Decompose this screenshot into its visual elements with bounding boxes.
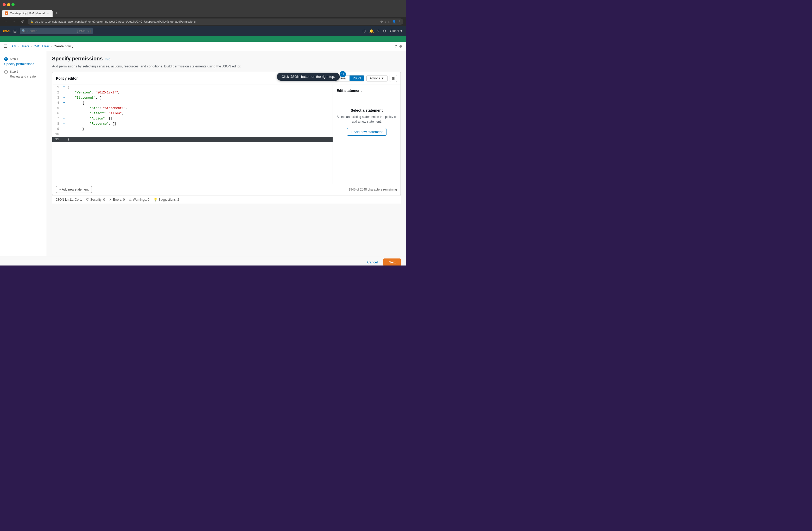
minimize-traffic-light[interactable] — [7, 3, 10, 6]
tab-title: Create policy | IAM | Global — [10, 12, 45, 15]
line-gutter[interactable]: ▼ — [62, 95, 67, 100]
cancel-button[interactable]: Cancel — [364, 259, 381, 266]
nav-bar-right: ? ⚙ — [395, 44, 402, 48]
profile-icon[interactable]: 👤 — [392, 20, 396, 24]
breadcrumb-iam[interactable]: IAM — [11, 44, 16, 48]
step-2-indicator — [4, 70, 8, 74]
breadcrumb: IAM › Users › C4C_User › Create policy — [11, 44, 73, 48]
settings-icon[interactable]: ⚙ — [383, 29, 386, 33]
bookmark-icon[interactable]: ☆ — [388, 20, 391, 24]
more-icon[interactable]: ⋮ — [398, 20, 401, 24]
page-title: Specify permissions — [52, 56, 103, 62]
code-area[interactable]: 1 ▼ { 2 "Version": "2012-10-17", 3 ▼ "St… — [52, 85, 333, 184]
search-icon: 🔍 — [22, 29, 26, 33]
security-label: Security: 0 — [90, 198, 105, 201]
line-number: 2 — [52, 90, 62, 95]
code-line-5: 5 "Sid": "Statement1", — [52, 106, 333, 111]
line-number: 8 — [52, 121, 62, 127]
edit-statement-panel: Edit statement Select a statement Select… — [333, 85, 401, 184]
actions-button[interactable]: Actions ▼ — [366, 75, 388, 82]
search-url-icon[interactable]: ⌕ — [385, 20, 386, 24]
code-line-10: 10 ] — [52, 132, 333, 137]
refresh-button[interactable]: ↺ — [19, 18, 26, 25]
tab-close-button[interactable]: × — [46, 12, 50, 15]
tab-bar: ■ Create policy | IAM | Global × + — [0, 9, 406, 17]
editor-toolbar: Click 'JSON' button on the right top. 11… — [334, 75, 397, 82]
code-line-6: 6 "Effect": "Allow", — [52, 111, 333, 116]
add-new-statement-panel-button[interactable]: + Add new statement — [347, 128, 387, 135]
close-traffic-light[interactable] — [3, 3, 6, 6]
traffic-lights — [3, 3, 15, 6]
sidebar-toggle-button[interactable]: ☰ — [4, 44, 7, 49]
line-content: "Action": [], — [67, 116, 333, 121]
cursor-position: Ln 11, Col 1 — [65, 198, 82, 201]
breadcrumb-sep-2: › — [31, 44, 32, 48]
line-content: ] — [67, 132, 333, 137]
aws-header-right: ⬡ 🔔 ? ⚙ Global ▼ — [363, 29, 403, 33]
aws-logo: aws — [3, 29, 10, 33]
back-button[interactable]: ← — [3, 18, 9, 25]
code-line-2: 2 "Version": "2012-10-17", — [52, 90, 333, 95]
character-count: 1946 of 2048 characters remaining — [349, 188, 397, 191]
url-lock-icon: 🔒 — [30, 20, 33, 23]
question-icon[interactable]: ? — [377, 29, 379, 33]
breadcrumb-users[interactable]: Users — [20, 44, 29, 48]
line-number: 5 — [52, 106, 62, 111]
region-chevron-icon: ▼ — [400, 29, 403, 33]
code-line-9: 9 } — [52, 127, 333, 132]
region-label: Global — [390, 29, 399, 33]
line-number: 1 — [52, 85, 62, 90]
next-button[interactable]: Next — [383, 258, 401, 266]
code-line-11: 11 } — [52, 137, 333, 142]
account-bar — [0, 36, 406, 42]
translate-icon[interactable]: ⊕ — [380, 20, 383, 24]
aws-grid-icon[interactable]: ⊞ — [13, 29, 17, 33]
sidebar: Step 1 Specify permissions Step 2 Review… — [0, 51, 47, 256]
url-bar[interactable]: 🔒 us-east-1.console.aws.amazon.com/iam/h… — [28, 18, 403, 25]
nav-help-icon[interactable]: ? — [395, 44, 397, 48]
line-content: { — [67, 85, 333, 90]
editor-title: Policy editor — [56, 76, 78, 81]
status-security: 🛡 Security: 0 — [86, 198, 105, 201]
breadcrumb-sep-3: › — [51, 44, 52, 48]
new-tab-button[interactable]: + — [54, 10, 60, 16]
line-gutter[interactable]: ○ — [62, 116, 67, 121]
actions-label: Actions — [370, 76, 380, 80]
breadcrumb-current: Create policy — [54, 44, 73, 48]
forward-button[interactable]: → — [11, 18, 17, 25]
editor-footer: + Add new statement 1946 of 2048 charact… — [52, 184, 401, 195]
grid-view-button[interactable]: ⊞ — [390, 75, 397, 82]
line-content: } — [67, 137, 333, 142]
search-input[interactable] — [27, 29, 67, 33]
address-bar: ← → ↺ 🔒 us-east-1.console.aws.amazon.com… — [0, 17, 406, 26]
active-tab[interactable]: ■ Create policy | IAM | Global × — [2, 10, 53, 17]
editor-empty-space[interactable] — [52, 142, 333, 184]
line-number: 6 — [52, 111, 62, 116]
select-statement-title: Select a statement — [336, 108, 397, 113]
suggestions-icon: 💡 — [154, 198, 158, 201]
aws-search-bar[interactable]: 🔍 [Option+S] — [20, 28, 93, 34]
warnings-label: Warnings: 0 — [133, 198, 149, 201]
line-gutter[interactable]: ○ — [62, 121, 67, 127]
info-link[interactable]: Info — [105, 57, 111, 61]
sidebar-step-1: Step 1 Specify permissions — [0, 55, 47, 68]
cloudshell-icon[interactable]: ⬡ — [363, 29, 366, 33]
json-view-button[interactable]: JSON — [349, 75, 364, 81]
region-selector[interactable]: Global ▼ — [390, 29, 403, 33]
bell-icon[interactable]: 🔔 — [369, 29, 374, 33]
line-gutter[interactable]: ▼ — [62, 100, 67, 106]
action-bar: Cancel Next — [0, 256, 406, 266]
json-mode-label: JSON — [56, 198, 64, 201]
nav-settings-icon[interactable]: ⚙ — [399, 44, 402, 48]
status-warnings: ⚠ Warnings: 0 — [129, 198, 149, 201]
maximize-traffic-light[interactable] — [12, 3, 15, 6]
line-gutter[interactable]: ▼ — [62, 85, 67, 90]
shield-icon: 🛡 — [86, 198, 89, 201]
line-content: } — [67, 127, 333, 132]
aws-header: aws ⊞ 🔍 [Option+S] ⬡ 🔔 ? ⚙ Global ▼ — [0, 26, 406, 36]
code-line-1: 1 ▼ { — [52, 85, 333, 90]
status-json: JSON Ln 11, Col 1 — [56, 198, 82, 201]
add-new-statement-bottom-button[interactable]: + Add new statement — [56, 186, 92, 193]
breadcrumb-user[interactable]: C4C_User — [33, 44, 49, 48]
line-number: 4 — [52, 100, 62, 106]
